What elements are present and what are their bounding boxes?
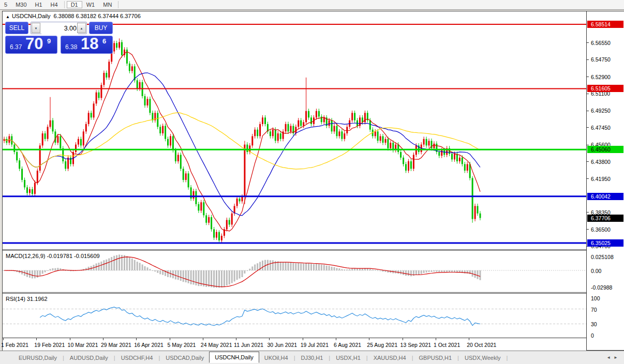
price-tick-label: 6.43800 bbox=[591, 159, 611, 165]
date-label: 25 Aug 2021 bbox=[367, 342, 397, 348]
price-badge: 6.37706 bbox=[587, 215, 623, 222]
macd-histogram bbox=[4, 254, 481, 287]
toolbar-separator bbox=[64, 1, 65, 8]
price-tick-dash bbox=[587, 111, 589, 111]
timeframe-button-w1[interactable]: W1 bbox=[82, 1, 99, 8]
rsi-label: RSI(14) 31.1962 bbox=[6, 296, 48, 302]
tab-gbpusd[interactable]: GBPUSD,H1 bbox=[414, 353, 457, 363]
buy-price-box[interactable]: 6.38 18 6 bbox=[61, 36, 113, 54]
sell-price-small: 6.37 bbox=[10, 43, 22, 51]
buy-price-big: 18 bbox=[81, 35, 98, 53]
date-label: 10 Mar 2021 bbox=[68, 342, 98, 348]
date-label: 29 Mar 2021 bbox=[101, 342, 131, 348]
one-click-trading-panel: SELL ▼ ▲ BUY 6.37 70 9 6.38 18 6 bbox=[5, 22, 113, 63]
date-tick bbox=[469, 338, 469, 340]
date-tick bbox=[369, 338, 369, 340]
date-tick bbox=[36, 338, 37, 340]
price-tick-label: 6.36500 bbox=[591, 226, 611, 233]
date-axis[interactable]: 1 Feb 202119 Feb 202110 Mar 202129 Mar 2… bbox=[3, 338, 586, 351]
symbol-tab-bar: EURUSD,Daily|AUDUSD,Daily|USDCHF,H4|USDC… bbox=[0, 351, 624, 364]
price-badge: 6.51605 bbox=[587, 85, 623, 92]
rsi-pane[interactable] bbox=[3, 294, 586, 338]
timeframe-toolbar: 5M30H1H4D1W1MN bbox=[0, 0, 624, 10]
pane-splitter-macd[interactable] bbox=[3, 249, 624, 251]
volume-increase-icon[interactable]: ▲ bbox=[77, 23, 86, 33]
rsi-line bbox=[40, 307, 480, 326]
timeframe-button-d1[interactable]: D1 bbox=[67, 1, 82, 8]
price-tick-dash bbox=[587, 145, 589, 145]
date-tick bbox=[70, 338, 70, 340]
tab-usdx[interactable]: USDX,H1 bbox=[331, 353, 366, 363]
tab-xauusd[interactable]: XAUUSD,H4 bbox=[368, 353, 411, 363]
date-tick bbox=[3, 338, 4, 340]
date-tick bbox=[436, 338, 436, 340]
date-tick bbox=[269, 338, 270, 340]
price-tick-label: 6.56550 bbox=[591, 40, 611, 46]
price-badge: 6.35025 bbox=[587, 239, 623, 247]
tab-usdcad[interactable]: USDCAD,Daily bbox=[160, 353, 209, 363]
price-tick-dash bbox=[587, 59, 589, 60]
buy-price-sup: 6 bbox=[102, 37, 106, 45]
price-axis[interactable]: 6.565506.547506.529006.511006.492506.474… bbox=[586, 11, 624, 350]
ma-line-8 bbox=[4, 52, 480, 231]
pane-splitter-rsi[interactable] bbox=[3, 292, 624, 294]
rsi-axis-label: 70 bbox=[591, 307, 597, 313]
tab-separator: | bbox=[506, 355, 508, 361]
macd-label: MACD(12,26,9) -0.019781 -0.015609 bbox=[6, 253, 100, 259]
price-tick-dash bbox=[587, 77, 589, 77]
price-tick-label: 6.41950 bbox=[591, 176, 611, 182]
price-tick-dash bbox=[587, 42, 589, 43]
volume-stepper: ▼ ▲ bbox=[31, 22, 87, 34]
date-tick bbox=[203, 338, 203, 340]
price-badge: 6.45060 bbox=[587, 146, 623, 153]
sell-price-big: 70 bbox=[25, 35, 43, 53]
timeframe-button-5[interactable]: 5 bbox=[0, 1, 11, 8]
buy-button[interactable]: BUY bbox=[89, 22, 113, 34]
tab-usdchf[interactable]: USDCHF,H4 bbox=[116, 353, 158, 363]
price-tick-label: 6.49250 bbox=[591, 108, 611, 114]
price-tick-dash bbox=[587, 94, 589, 94]
price-tick-label: 6.47450 bbox=[591, 125, 611, 131]
price-tick-label: 6.52900 bbox=[591, 74, 611, 80]
sell-button[interactable]: SELL bbox=[5, 22, 28, 34]
tab-usdx[interactable]: USDX,Weekly bbox=[459, 353, 506, 363]
price-tick-dash bbox=[587, 212, 589, 213]
buy-price-small: 6.38 bbox=[65, 43, 77, 51]
chart-window[interactable]: ▲USDCNH,Daily 6.38088 6.38182 6.37444 6.… bbox=[2, 11, 624, 351]
timeframe-button-m30[interactable]: M30 bbox=[11, 1, 31, 8]
tab-usdcnh[interactable]: USDCNH,Daily bbox=[209, 352, 259, 363]
price-badge: 6.40042 bbox=[587, 193, 623, 200]
rsi-axis-label: 30 bbox=[591, 321, 597, 327]
tab-scroll-left-icon[interactable]: ◄ bbox=[606, 355, 614, 360]
volume-input[interactable] bbox=[41, 23, 78, 34]
date-label: 24 May 2021 bbox=[201, 342, 232, 348]
volume-decrease-icon[interactable]: ▼ bbox=[32, 23, 40, 33]
tab-audusd[interactable]: AUDUSD,Daily bbox=[65, 353, 113, 363]
date-tick bbox=[336, 338, 336, 340]
price-tick-label: 6.54750 bbox=[591, 56, 611, 63]
sell-price-sup: 9 bbox=[47, 37, 51, 45]
date-label: 1 Oct 2021 bbox=[434, 342, 460, 348]
sell-price-box[interactable]: 6.37 70 9 bbox=[5, 36, 57, 54]
toolbar-separator bbox=[118, 1, 118, 8]
tab-dj30[interactable]: DJ30,H1 bbox=[295, 353, 328, 363]
date-label: 1 Feb 2021 bbox=[1, 342, 28, 348]
price-tick-dash bbox=[587, 178, 589, 179]
tab-eurusd[interactable]: EURUSD,Daily bbox=[13, 353, 62, 363]
date-tick bbox=[303, 338, 303, 340]
date-label: 20 Oct 2021 bbox=[467, 342, 496, 348]
timeframe-button-h1[interactable]: H1 bbox=[31, 1, 47, 8]
price-tick-dash bbox=[587, 229, 589, 230]
macd-axis-label: 0.00 bbox=[591, 268, 601, 274]
price-tick-dash bbox=[587, 161, 589, 162]
date-label: 6 Aug 2021 bbox=[334, 342, 361, 348]
date-label: 19 Feb 2021 bbox=[34, 342, 65, 348]
price-tick-dash bbox=[587, 127, 589, 128]
timeframe-button-mn[interactable]: MN bbox=[99, 1, 116, 8]
tab-scroll-right-icon[interactable]: ► bbox=[614, 355, 621, 360]
date-label: 13 Sep 2021 bbox=[400, 342, 432, 348]
timeframe-button-h4[interactable]: H4 bbox=[47, 1, 62, 8]
date-label: 19 Jul 2021 bbox=[301, 342, 329, 348]
tab-ukoil[interactable]: UKOil,H4 bbox=[259, 353, 293, 363]
rsi-axis-label: 0 bbox=[591, 332, 594, 339]
